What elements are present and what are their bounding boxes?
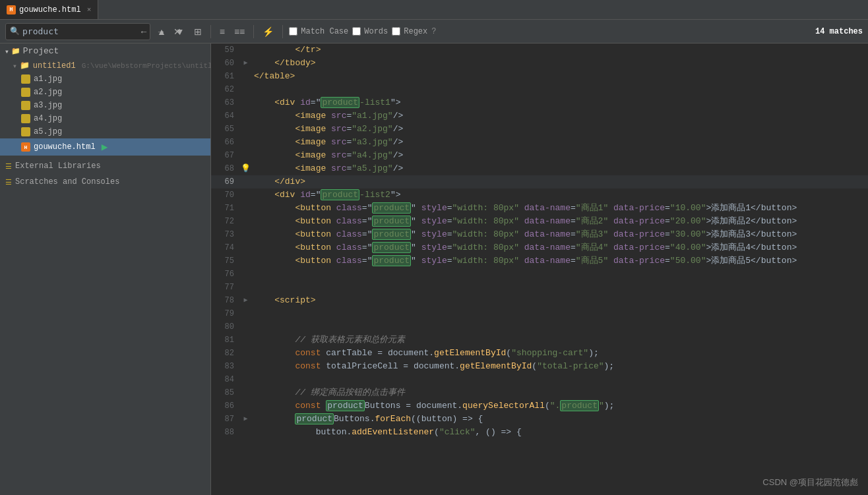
line-num-62: 62 — [211, 83, 241, 96]
fold-71 — [241, 202, 251, 215]
code-line-83: 83 const totalPriceCell = document.getEl… — [211, 360, 868, 373]
replace-all-button[interactable]: ≡≡ — [232, 25, 247, 38]
line-num-63: 63 — [211, 96, 241, 109]
line-content-78: <script> — [251, 294, 868, 307]
sidebar-item-untitled1[interactable]: 📁 untitled1 G:\vue\WebstormProjects\unti… — [0, 59, 210, 73]
sidebar-item-a5jpg[interactable]: a5.jpg — [0, 125, 210, 138]
code-line-78: 78 ▶ <script> — [211, 294, 868, 307]
code-line-75: 75 <button class="product" style="width:… — [211, 254, 868, 268]
folder-icon: 📁 — [20, 61, 30, 71]
sidebar-external-libraries[interactable]: ☰ External Libraries — [0, 158, 210, 174]
code-line-84: 84 — [211, 373, 868, 386]
search-input[interactable] — [22, 26, 134, 36]
line-num-82: 82 — [211, 347, 241, 360]
project-label: Project — [23, 46, 59, 56]
code-line-85: 85 // 绑定商品按钮的点击事件 — [211, 386, 868, 399]
fold-85 — [241, 386, 251, 399]
line-content-87: productButtons.forEach((button) => { — [251, 413, 868, 426]
img-icon-a1 — [21, 74, 30, 84]
regex-option[interactable]: Regex — [392, 27, 427, 36]
code-line-62: 62 — [211, 83, 868, 96]
fold-80 — [241, 320, 251, 334]
words-label: Words — [364, 27, 388, 36]
tab-close-button[interactable]: × — [87, 6, 92, 14]
line-num-60: 60 — [211, 57, 241, 70]
sidebar-scratches-consoles[interactable]: ☰ Scratches and Consoles — [0, 174, 210, 190]
sidebar-item-a2jpg[interactable]: a2.jpg — [0, 86, 210, 99]
ext-lib-label: External Libraries — [15, 161, 101, 171]
fold-77 — [241, 281, 251, 294]
line-content-64: <image src="a1.jpg"/> — [251, 109, 868, 123]
filter-button[interactable]: ⚡ — [260, 25, 276, 38]
line-content-73: <button class="product" style="width: 80… — [251, 228, 868, 241]
line-content-69: </div> — [251, 175, 868, 189]
fold-81 — [241, 334, 251, 347]
code-line-64: 64 <image src="a1.jpg"/> — [211, 109, 868, 123]
project-header[interactable]: 📁 Project — [0, 44, 210, 59]
tab-label: gouwuche.html — [19, 5, 81, 15]
sidebar-item-a1jpg[interactable]: a1.jpg — [0, 73, 210, 86]
replace-button[interactable]: ≡ — [217, 25, 228, 38]
find-prev-button[interactable]: ▲ — [154, 25, 169, 38]
line-content-86: const productButtons = document.querySel… — [251, 399, 868, 413]
line-num-86: 86 — [211, 399, 241, 413]
code-line-67: 67 <image src="a4.jpg"/> — [211, 149, 868, 162]
sidebar-item-a3jpg[interactable]: a3.jpg — [0, 99, 210, 112]
img-icon-a5 — [21, 127, 30, 136]
find-next-button[interactable]: ▼ — [173, 25, 187, 38]
line-content-88: button.addEventListener("click", () => { — [251, 426, 868, 439]
line-content-85: // 绑定商品按钮的点击事件 — [251, 386, 868, 399]
code-line-77: 77 — [211, 281, 868, 294]
code-line-66: 66 <image src="a3.jpg"/> — [211, 136, 868, 149]
search-separator-1 — [210, 25, 211, 38]
line-num-77: 77 — [211, 281, 241, 294]
fold-76 — [241, 268, 251, 281]
sidebar-item-a4jpg[interactable]: a4.jpg — [0, 112, 210, 125]
code-line-68: 68 💡 <image src="a5.jpg"/> — [211, 162, 868, 175]
fold-68: 💡 — [241, 162, 251, 175]
tab-gouwuche[interactable]: H gouwuche.html × — [0, 0, 98, 19]
untitled1-label: untitled1 — [33, 61, 76, 71]
line-content-83: const totalPriceCell = document.getEleme… — [251, 360, 868, 373]
regex-label: Regex — [404, 27, 427, 36]
sidebar-item-gouwuche[interactable]: H gouwuche.html ▶ — [0, 138, 210, 156]
tab-bar: H gouwuche.html × — [0, 0, 868, 20]
help-icon: ? — [431, 27, 436, 36]
line-content-80 — [251, 320, 868, 334]
file-label-a2: a2.jpg — [34, 88, 62, 97]
regex-checkbox[interactable] — [392, 27, 400, 36]
line-content-68: <image src="a5.jpg"/> — [251, 162, 868, 175]
fold-62 — [241, 83, 251, 96]
fold-83 — [241, 360, 251, 373]
fold-61 — [241, 70, 251, 83]
line-num-75: 75 — [211, 254, 241, 268]
line-content-62 — [251, 83, 868, 96]
search-bar: 🔍 ← → ✕ ▲ ▼ ⊞ ≡ ≡≡ ⚡ Match Case Words Re… — [0, 20, 868, 44]
line-num-68: 68 — [211, 162, 241, 175]
line-num-84: 84 — [211, 373, 241, 386]
match-case-option[interactable]: Match Case — [289, 27, 348, 36]
line-content-81: // 获取表格元素和总价元素 — [251, 334, 868, 347]
code-line-63: 63 <div id="product-list1"> — [211, 96, 868, 109]
cursor-icon: ▶ — [102, 140, 108, 154]
fold-87: ▶ — [241, 413, 251, 426]
line-content-79 — [251, 307, 868, 320]
search-prev-button[interactable]: ← — [137, 25, 151, 38]
project-icon: 📁 — [11, 47, 20, 55]
line-num-81: 81 — [211, 334, 241, 347]
search-separator-2 — [253, 25, 254, 38]
line-content-82: const cartTable = document.getElementByI… — [251, 347, 868, 360]
img-icon-a2 — [21, 88, 30, 97]
line-content-66: <image src="a3.jpg"/> — [251, 136, 868, 149]
untitled1-path: G:\vue\WebstormProjects\untitled1 — [82, 62, 226, 70]
line-content-67: <image src="a4.jpg"/> — [251, 149, 868, 162]
sidebar: 📁 Project 📁 untitled1 G:\vue\WebstormPro… — [0, 44, 211, 495]
untitled1-arrow — [13, 61, 16, 71]
html-file-icon: H — [7, 5, 16, 15]
code-editor[interactable]: 59 </tr> 60 ▶ </tbody> 61 </table> 62 — [211, 44, 868, 495]
words-checkbox[interactable] — [352, 27, 361, 36]
words-option[interactable]: Words — [352, 27, 388, 36]
find-all-button[interactable]: ⊞ — [191, 25, 204, 38]
fold-70 — [241, 189, 251, 202]
match-case-checkbox[interactable] — [289, 27, 297, 36]
